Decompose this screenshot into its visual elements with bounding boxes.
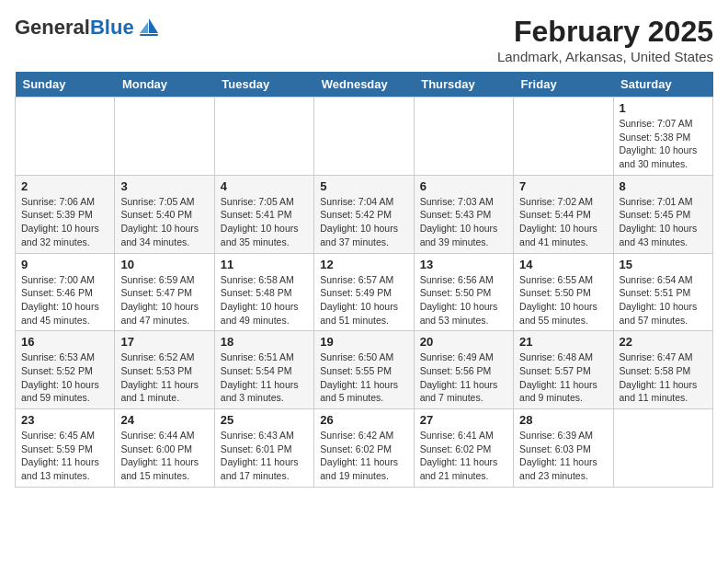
day-detail: Sunrise: 6:41 AMSunset: 6:02 PMDaylight:…	[420, 429, 507, 483]
day-number: 28	[519, 413, 607, 427]
page-header: GeneralBlue February 2025 Landmark, Arka…	[15, 15, 713, 64]
day-detail: Sunrise: 7:06 AMSunset: 5:39 PMDaylight:…	[21, 195, 108, 249]
calendar-cell: 6Sunrise: 7:03 AMSunset: 5:43 PMDaylight…	[414, 175, 513, 253]
day-detail: Sunrise: 7:05 AMSunset: 5:41 PMDaylight:…	[221, 195, 308, 249]
day-number: 13	[420, 258, 507, 271]
calendar-cell: 3Sunrise: 7:05 AMSunset: 5:40 PMDaylight…	[115, 175, 214, 253]
day-detail: Sunrise: 7:05 AMSunset: 5:40 PMDaylight:…	[120, 195, 208, 249]
day-number: 16	[21, 335, 108, 349]
day-number: 21	[519, 335, 607, 349]
day-number: 23	[21, 413, 108, 427]
calendar-cell: 4Sunrise: 7:05 AMSunset: 5:41 PMDaylight…	[214, 175, 313, 253]
calendar-cell: 8Sunrise: 7:01 AMSunset: 5:45 PMDaylight…	[613, 175, 712, 253]
day-detail: Sunrise: 7:03 AMSunset: 5:43 PMDaylight:…	[420, 195, 507, 249]
calendar-cell: 25Sunrise: 6:43 AMSunset: 6:01 PMDayligh…	[214, 409, 313, 488]
day-detail: Sunrise: 6:59 AMSunset: 5:47 PMDaylight:…	[120, 273, 208, 327]
day-detail: Sunrise: 6:43 AMSunset: 6:01 PMDaylight:…	[221, 429, 308, 483]
day-detail: Sunrise: 6:49 AMSunset: 5:56 PMDaylight:…	[420, 350, 507, 405]
day-number: 19	[320, 335, 407, 349]
day-number: 26	[320, 413, 407, 427]
calendar-cell: 15Sunrise: 6:54 AMSunset: 5:51 PMDayligh…	[613, 253, 712, 331]
day-detail: Sunrise: 7:00 AMSunset: 5:46 PMDaylight:…	[21, 273, 108, 327]
day-number: 15	[620, 258, 707, 271]
calendar-cell: 13Sunrise: 6:56 AMSunset: 5:50 PMDayligh…	[414, 253, 513, 331]
day-detail: Sunrise: 6:57 AMSunset: 5:49 PMDaylight:…	[320, 273, 407, 327]
day-number: 14	[519, 258, 607, 271]
calendar-cell: 26Sunrise: 6:42 AMSunset: 6:02 PMDayligh…	[314, 409, 414, 488]
calendar-cell: 24Sunrise: 6:44 AMSunset: 6:00 PMDayligh…	[115, 409, 214, 488]
calendar-cell: 21Sunrise: 6:48 AMSunset: 5:57 PMDayligh…	[514, 331, 613, 409]
header-sunday: Sunday	[16, 72, 115, 98]
day-detail: Sunrise: 7:01 AMSunset: 5:45 PMDaylight:…	[620, 195, 707, 249]
day-detail: Sunrise: 6:44 AMSunset: 6:00 PMDaylight:…	[120, 429, 208, 483]
svg-marker-1	[140, 22, 148, 33]
day-number: 24	[120, 413, 208, 427]
calendar-cell: 20Sunrise: 6:49 AMSunset: 5:56 PMDayligh…	[414, 331, 513, 409]
day-number: 27	[420, 413, 507, 427]
calendar-week-row: 2Sunrise: 7:06 AMSunset: 5:39 PMDaylight…	[16, 175, 713, 253]
calendar-cell	[414, 98, 513, 176]
day-detail: Sunrise: 6:48 AMSunset: 5:57 PMDaylight:…	[519, 350, 607, 405]
calendar-cell	[16, 98, 115, 176]
header-monday: Monday	[115, 72, 214, 98]
svg-marker-0	[149, 18, 158, 33]
day-number: 11	[221, 258, 308, 271]
calendar-cell: 12Sunrise: 6:57 AMSunset: 5:49 PMDayligh…	[314, 253, 414, 331]
calendar-cell: 11Sunrise: 6:58 AMSunset: 5:48 PMDayligh…	[214, 253, 313, 331]
calendar-cell: 17Sunrise: 6:52 AMSunset: 5:53 PMDayligh…	[115, 331, 214, 409]
day-number: 1	[620, 101, 707, 115]
calendar-cell: 27Sunrise: 6:41 AMSunset: 6:02 PMDayligh…	[414, 409, 513, 488]
calendar-cell: 22Sunrise: 6:47 AMSunset: 5:58 PMDayligh…	[613, 331, 712, 409]
calendar-cell: 14Sunrise: 6:55 AMSunset: 5:50 PMDayligh…	[514, 253, 613, 331]
header-tuesday: Tuesday	[214, 72, 313, 98]
header-thursday: Thursday	[414, 72, 513, 98]
header-saturday: Saturday	[613, 72, 712, 98]
day-number: 2	[21, 179, 108, 193]
calendar-cell: 10Sunrise: 6:59 AMSunset: 5:47 PMDayligh…	[115, 253, 214, 331]
page-subtitle: Landmark, Arkansas, United States	[497, 49, 713, 64]
day-number: 10	[120, 258, 208, 271]
day-number: 6	[420, 179, 507, 193]
day-detail: Sunrise: 6:58 AMSunset: 5:48 PMDaylight:…	[221, 273, 308, 327]
page-title: February 2025	[497, 15, 713, 49]
title-block: February 2025 Landmark, Arkansas, United…	[497, 15, 713, 64]
calendar-cell: 23Sunrise: 6:45 AMSunset: 5:59 PMDayligh…	[16, 409, 115, 488]
day-detail: Sunrise: 6:56 AMSunset: 5:50 PMDaylight:…	[420, 273, 507, 327]
day-number: 8	[620, 179, 707, 193]
day-number: 22	[620, 335, 707, 349]
day-detail: Sunrise: 6:39 AMSunset: 6:03 PMDaylight:…	[519, 429, 607, 483]
calendar-cell	[314, 98, 414, 176]
calendar-cell	[214, 98, 313, 176]
calendar-cell: 18Sunrise: 6:51 AMSunset: 5:54 PMDayligh…	[214, 331, 313, 409]
day-detail: Sunrise: 6:42 AMSunset: 6:02 PMDaylight:…	[320, 429, 407, 483]
calendar-cell	[613, 409, 712, 488]
calendar-week-row: 16Sunrise: 6:53 AMSunset: 5:52 PMDayligh…	[16, 331, 713, 409]
day-detail: Sunrise: 6:55 AMSunset: 5:50 PMDaylight:…	[519, 273, 607, 327]
calendar-cell: 5Sunrise: 7:04 AMSunset: 5:42 PMDaylight…	[314, 175, 414, 253]
day-number: 20	[420, 335, 507, 349]
calendar-cell: 19Sunrise: 6:50 AMSunset: 5:55 PMDayligh…	[314, 331, 414, 409]
calendar-cell: 7Sunrise: 7:02 AMSunset: 5:44 PMDaylight…	[514, 175, 613, 253]
calendar-cell	[514, 98, 613, 176]
day-detail: Sunrise: 6:47 AMSunset: 5:58 PMDaylight:…	[620, 350, 707, 405]
calendar-week-row: 9Sunrise: 7:00 AMSunset: 5:46 PMDaylight…	[16, 253, 713, 331]
day-number: 9	[21, 258, 108, 271]
calendar-cell: 16Sunrise: 6:53 AMSunset: 5:52 PMDayligh…	[16, 331, 115, 409]
day-number: 4	[221, 179, 308, 193]
header-friday: Friday	[514, 72, 613, 98]
calendar-cell: 1Sunrise: 7:07 AMSunset: 5:38 PMDaylight…	[613, 98, 712, 176]
calendar-header-row: SundayMondayTuesdayWednesdayThursdayFrid…	[16, 72, 713, 98]
day-detail: Sunrise: 7:04 AMSunset: 5:42 PMDaylight:…	[320, 195, 407, 249]
day-number: 18	[221, 335, 308, 349]
calendar-week-row: 1Sunrise: 7:07 AMSunset: 5:38 PMDaylight…	[16, 98, 713, 176]
calendar-cell: 9Sunrise: 7:00 AMSunset: 5:46 PMDaylight…	[16, 253, 115, 331]
day-number: 25	[221, 413, 308, 427]
calendar-table: SundayMondayTuesdayWednesdayThursdayFrid…	[15, 72, 713, 488]
day-detail: Sunrise: 6:50 AMSunset: 5:55 PMDaylight:…	[320, 350, 407, 405]
day-number: 7	[519, 179, 607, 193]
svg-rect-2	[140, 34, 158, 36]
calendar-cell: 28Sunrise: 6:39 AMSunset: 6:03 PMDayligh…	[514, 409, 613, 488]
day-number: 12	[320, 258, 407, 271]
day-number: 17	[120, 335, 208, 349]
calendar-week-row: 23Sunrise: 6:45 AMSunset: 5:59 PMDayligh…	[16, 409, 713, 488]
